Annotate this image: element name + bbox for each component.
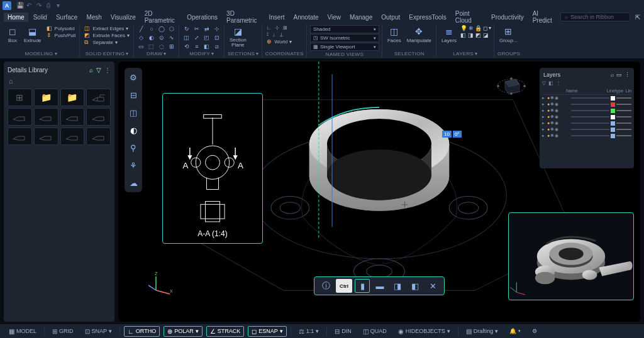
modify-tool-icon[interactable]: ↻	[182, 25, 191, 33]
notifications-icon[interactable]: 🔔▾	[506, 326, 525, 336]
qat-redo-icon[interactable]: ↷	[36, 2, 44, 9]
tab-ai-predict[interactable]: AI Predict	[529, 9, 559, 25]
separate-button[interactable]: ⧉Separate▾	[83, 39, 131, 45]
layer-row[interactable]: ▸●❄◉	[542, 107, 631, 114]
extrude-mode-button[interactable]: ◧	[408, 279, 423, 293]
col-name[interactable]: Name	[566, 89, 606, 93]
coord-tool-icon[interactable]: ⊹	[274, 25, 280, 31]
info-button[interactable]: ⓘ	[318, 279, 333, 293]
expand-icon[interactable]: ▸	[542, 108, 546, 113]
tab-solid[interactable]: Solid	[30, 13, 51, 22]
modify-tool-icon[interactable]: ⇄	[203, 25, 211, 33]
model-space-button[interactable]: ▦MODEL	[5, 326, 40, 337]
bulb-icon[interactable]: ●	[547, 95, 550, 101]
angle-value[interactable]: 0°	[453, 131, 462, 138]
coord-tool-icon[interactable]: ⊞	[282, 25, 289, 31]
coord-tool-icon[interactable]: ⟟	[265, 31, 270, 38]
section-plane-button[interactable]: ◪Section Plane	[228, 25, 248, 48]
chevron-down-icon[interactable]: ▾	[211, 51, 214, 57]
home-icon[interactable]: ⌂	[6, 76, 112, 86]
bulb-icon[interactable]: ●	[547, 133, 550, 138]
detail-item[interactable]	[34, 128, 58, 145]
section-icon[interactable]: ◐	[128, 124, 139, 136]
modify-tool-icon[interactable]: ◧	[203, 43, 211, 50]
color-swatch[interactable]	[611, 102, 615, 107]
draw-tool-icon[interactable]: ⬚	[147, 43, 156, 50]
close-button[interactable]: ✕	[425, 279, 440, 293]
ucs-gizmo[interactable]: Z X	[148, 271, 174, 297]
more-icon[interactable]: ⋮	[625, 72, 630, 78]
group-button[interactable]: ⊞Group...	[497, 25, 519, 44]
tab-point-cloud[interactable]: Point Cloud	[452, 9, 486, 25]
extrude-mode-button[interactable]: ▮	[355, 279, 370, 293]
modify-tool-icon[interactable]: ⤢	[192, 34, 201, 41]
draw-tool-icon[interactable]: ◯	[157, 25, 166, 33]
manipulate-button[interactable]: ✥Manipulate	[405, 25, 433, 44]
viewport[interactable]: 10 0° ⚙ ⊟ ◫ ◐ ⚲ ⚘ ☁	[118, 62, 640, 322]
bulb-icon[interactable]: ●	[547, 127, 550, 132]
layer-row[interactable]: ▸●❄◉	[542, 95, 631, 101]
qat-save-icon[interactable]: 💾	[16, 2, 24, 9]
layer-row[interactable]: ▸●❄◉	[542, 114, 631, 120]
quad-button[interactable]: ◫QUAD	[359, 326, 391, 337]
color-swatch[interactable]	[611, 121, 615, 126]
draw-tool-icon[interactable]: ⬡	[167, 25, 176, 33]
qat-print-icon[interactable]: ⎙	[47, 2, 54, 9]
box-button[interactable]: ◻Box	[5, 25, 20, 44]
lock-icon[interactable]: 🔒	[475, 25, 482, 31]
modify-tool-icon[interactable]: ◰	[203, 34, 211, 41]
tab-expresstools[interactable]: ExpressTools	[405, 13, 450, 22]
draw-tool-icon[interactable]: ◐	[147, 34, 156, 41]
layer-row[interactable]: ▸●❄◉	[542, 133, 631, 139]
qat-undo-icon[interactable]: ↶	[26, 2, 34, 9]
visual-style-dropdown[interactable]: Shaded	[310, 25, 379, 33]
cloud-icon[interactable]: ☁	[128, 177, 139, 188]
tab-productivity[interactable]: Productivity	[487, 13, 528, 22]
freeze-icon[interactable]: ❄	[550, 95, 554, 101]
bulb-icon[interactable]: ●	[547, 121, 550, 126]
app-logo[interactable]: A	[3, 1, 11, 10]
freeze-icon[interactable]: ❄	[550, 121, 554, 126]
freeze-icon[interactable]: ❄	[550, 114, 554, 119]
modify-tool-icon[interactable]: ◫	[182, 34, 191, 41]
modify-tool-icon[interactable]: ⊹	[213, 25, 221, 33]
ortho-toggle[interactable]: ∟ORTHO	[124, 326, 160, 337]
qat-more-icon[interactable]: ▾	[57, 2, 64, 9]
color-swatch[interactable]	[611, 96, 615, 101]
detail-item[interactable]: ⊞	[8, 89, 32, 106]
layer-tool-icon[interactable]: ◧	[548, 80, 553, 86]
detail-item[interactable]	[8, 128, 32, 145]
color-swatch[interactable]	[611, 134, 615, 138]
freeze-icon[interactable]: ❄	[469, 25, 474, 31]
lock-icon[interactable]: ◉	[555, 114, 558, 119]
expand-icon[interactable]: ▸	[542, 114, 546, 119]
color-swatch[interactable]	[611, 128, 615, 132]
tab-visualize[interactable]: Visualize	[107, 13, 140, 22]
detail-item[interactable]	[34, 108, 58, 126]
lock-icon[interactable]: ◉	[555, 108, 558, 113]
lock-icon[interactable]: ◉	[555, 102, 558, 107]
modify-tool-icon[interactable]: ⧄	[213, 43, 221, 50]
view-cube[interactable]	[496, 70, 527, 102]
detail-item[interactable]	[86, 128, 111, 145]
tab-output[interactable]: Output	[377, 13, 404, 22]
distance-value[interactable]: 10	[442, 131, 452, 138]
din-button[interactable]: ⊟DIN	[331, 326, 355, 337]
new-layer-icon[interactable]: ▭	[616, 72, 622, 78]
bulb-icon[interactable]: ●	[547, 108, 550, 113]
freeze-icon[interactable]: ❄	[550, 102, 554, 107]
extrude-mode-button[interactable]: ▬	[372, 279, 387, 293]
layer-row[interactable]: ▸●❄◉	[542, 126, 631, 133]
trophy-icon[interactable]: ⚘	[128, 160, 139, 171]
layers-button[interactable]: ≣Layers	[440, 25, 458, 44]
world-coords-button[interactable]: ⊕World▾	[265, 38, 294, 45]
preview-inset[interactable]	[508, 212, 634, 300]
strack-toggle[interactable]: ∠STRACK	[206, 326, 245, 337]
detail-item[interactable]	[8, 108, 32, 126]
view-preset-dropdown[interactable]: ◳SW Isometric	[310, 34, 379, 42]
detail-item[interactable]	[86, 108, 111, 126]
tab-surface[interactable]: Surface	[52, 13, 81, 22]
bulb-icon[interactable]: 💡	[460, 25, 467, 31]
lock-icon[interactable]: ◉	[555, 121, 558, 126]
freeze-icon[interactable]: ❄	[550, 108, 554, 113]
